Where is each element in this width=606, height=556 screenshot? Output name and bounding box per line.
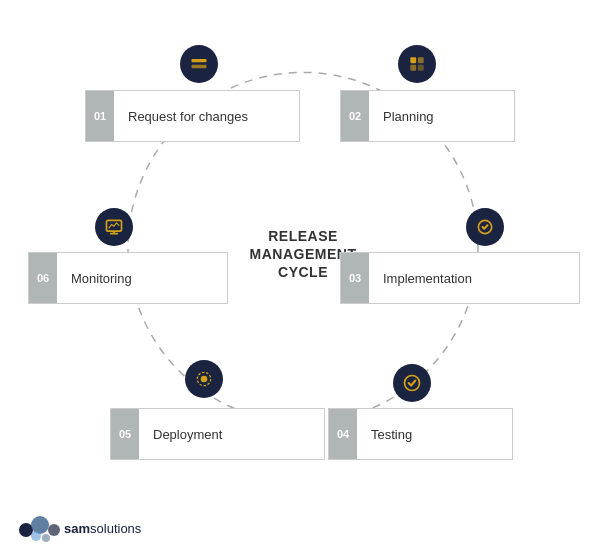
logo-icon — [16, 510, 64, 548]
svg-point-14 — [19, 523, 33, 537]
step-number-01: 01 — [86, 91, 114, 141]
step-box-04: 04 Testing — [328, 408, 513, 460]
icon-deployment — [185, 360, 223, 398]
step-number-03: 03 — [341, 253, 369, 303]
svg-rect-1 — [192, 59, 207, 62]
icon-planning — [398, 45, 436, 83]
svg-rect-3 — [410, 57, 416, 63]
icon-testing — [393, 364, 431, 402]
center-title-line3: CYCLE — [278, 264, 328, 280]
step-label-04: Testing — [357, 427, 426, 442]
svg-point-17 — [31, 531, 41, 541]
icon-request-for-changes — [180, 45, 218, 83]
svg-point-9 — [201, 376, 208, 383]
step-box-03: 03 Implementation — [340, 252, 580, 304]
logo-name-solutions: solutions — [90, 521, 141, 536]
icon-implementation — [466, 208, 504, 246]
step-box-06: 06 Monitoring — [28, 252, 228, 304]
step-box-05: 05 Deployment — [110, 408, 325, 460]
logo-text: samsolutions — [64, 522, 141, 536]
svg-point-15 — [31, 516, 49, 534]
step-label-02: Planning — [369, 109, 448, 124]
svg-point-18 — [42, 534, 50, 542]
logo: samsolutions — [16, 510, 141, 548]
step-box-01: 01 Request for changes — [85, 90, 300, 142]
svg-rect-5 — [410, 65, 416, 71]
svg-rect-6 — [418, 65, 424, 71]
step-label-03: Implementation — [369, 271, 486, 286]
step-box-02: 02 Planning — [340, 90, 515, 142]
step-label-05: Deployment — [139, 427, 236, 442]
step-label-01: Request for changes — [114, 109, 262, 124]
diagram-container: RELEASE MANAGEMENT CYCLE 01 Request for … — [0, 0, 606, 510]
center-title-line1: RELEASE — [268, 228, 338, 244]
step-number-04: 04 — [329, 409, 357, 459]
step-number-06: 06 — [29, 253, 57, 303]
step-number-05: 05 — [111, 409, 139, 459]
svg-point-16 — [48, 524, 60, 536]
step-label-06: Monitoring — [57, 271, 146, 286]
svg-rect-4 — [418, 57, 424, 63]
svg-rect-2 — [192, 65, 207, 68]
icon-monitoring — [95, 208, 133, 246]
logo-name-sam: sam — [64, 521, 90, 536]
step-number-02: 02 — [341, 91, 369, 141]
